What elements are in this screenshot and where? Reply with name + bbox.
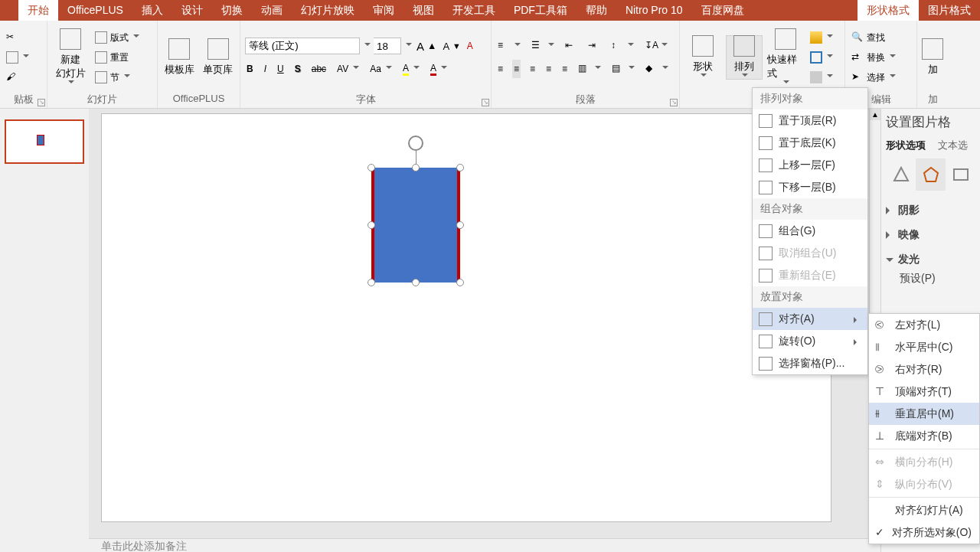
send-backward-item[interactable]: 下移一层(B) (753, 176, 867, 198)
align-left-button[interactable]: ≡ (496, 60, 505, 78)
section-button[interactable]: 节 (93, 68, 141, 87)
decrease-indent-button[interactable]: ⇤ (564, 37, 579, 55)
size-category-icon[interactable] (946, 158, 975, 191)
tab-transition[interactable]: 切换 (212, 0, 252, 21)
scroll-up-icon[interactable]: ▲ (870, 109, 880, 120)
horizontal-scrollbar[interactable]: 单击此处添加备注 (89, 538, 880, 552)
fill-line-category-icon[interactable] (886, 158, 916, 191)
shadow-button[interactable]: S (293, 60, 302, 78)
send-to-back-item[interactable]: 置于底层(K) (753, 132, 867, 154)
tab-insert[interactable]: 插入 (132, 0, 172, 21)
shape-effects-button[interactable] (808, 68, 835, 87)
justify-button[interactable]: ≡ (544, 60, 553, 78)
align-bottom-item[interactable]: ⊥底端对齐(B) (869, 425, 979, 447)
format-tab-text[interactable]: 文本选 (938, 139, 968, 152)
char-spacing-button[interactable]: AV (335, 60, 361, 78)
slide-thumbnail-1[interactable] (5, 119, 84, 164)
chevron-down-icon[interactable] (406, 43, 412, 49)
line-spacing-button[interactable]: ↕ (609, 37, 635, 55)
resize-handle[interactable] (456, 279, 464, 286)
tab-home[interactable]: 开始 (18, 0, 58, 21)
align-left-item[interactable]: ⧀左对齐(L) (869, 314, 979, 336)
arrange-button[interactable]: 排列 (726, 35, 763, 80)
tab-animation[interactable]: 动画 (252, 0, 292, 21)
rotation-handle[interactable] (408, 136, 423, 151)
columns-button[interactable]: ▥ (577, 60, 603, 78)
tab-help[interactable]: 帮助 (577, 0, 616, 21)
strike-button[interactable]: abc (310, 60, 328, 78)
tab-officeplus[interactable]: OfficePLUS (58, 0, 132, 21)
tab-baidu[interactable]: 百度网盘 (692, 0, 753, 21)
resize-handle[interactable] (456, 221, 464, 229)
selected-shape[interactable] (371, 168, 460, 283)
copy-button[interactable] (5, 48, 31, 67)
rotate-item[interactable]: 旋转(O) (753, 330, 867, 352)
find-button[interactable]: 🔍查找 (850, 28, 897, 47)
align-right-button[interactable]: ≡ (528, 60, 537, 78)
slide-canvas[interactable] (101, 113, 831, 522)
grow-font-button[interactable]: A▲ (415, 37, 438, 55)
highlight-color-button[interactable]: A (401, 60, 421, 78)
clear-format-button[interactable]: A (466, 37, 475, 55)
clipboard-launcher[interactable]: ↘ (38, 99, 45, 106)
shape-fill-button[interactable] (808, 28, 835, 47)
resize-handle[interactable] (412, 279, 420, 286)
align-to-slide-item[interactable]: 对齐幻灯片(A) (869, 499, 979, 521)
tab-picture-format[interactable]: 图片格式 (919, 0, 980, 21)
single-page-button[interactable]: 单页库 (201, 38, 236, 77)
quick-styles-button[interactable]: 快速样式 (767, 28, 804, 87)
resize-handle[interactable] (412, 164, 420, 171)
align-text-button[interactable]: ▤ (610, 60, 636, 78)
italic-button[interactable]: I (263, 60, 268, 78)
glow-preset-row[interactable]: 预设(P) (886, 272, 975, 286)
font-launcher[interactable]: ↘ (482, 99, 489, 106)
align-right-item[interactable]: ⧁右对齐(R) (869, 358, 979, 381)
numbering-button[interactable]: ☰ (530, 37, 556, 55)
resize-handle[interactable] (368, 221, 375, 229)
shrink-font-button[interactable]: A▼ (441, 37, 462, 55)
shapes-button[interactable]: 形状 (684, 35, 721, 80)
tab-nitro[interactable]: Nitro Pro 10 (616, 0, 692, 21)
shadow-section[interactable]: 阴影 (886, 198, 975, 223)
resize-handle[interactable] (368, 164, 375, 171)
tab-design[interactable]: 设计 (172, 0, 212, 21)
resize-handle[interactable] (456, 164, 464, 171)
align-center-button[interactable]: ≡ (512, 60, 521, 78)
align-item[interactable]: 对齐(A) (753, 308, 867, 330)
font-name-input[interactable] (245, 38, 360, 54)
shape-outline-button[interactable] (808, 48, 835, 67)
text-direction-button[interactable]: ↧A (643, 37, 669, 55)
distribute-button[interactable]: ≡ (560, 60, 569, 78)
align-to-selection-item[interactable]: 对齐所选对象(O) (869, 521, 979, 544)
font-size-input[interactable] (374, 38, 401, 54)
glow-section[interactable]: 发光 (886, 247, 975, 272)
group-item[interactable]: 组合(G) (753, 220, 867, 242)
align-hcenter-item[interactable]: ⫴水平居中(C) (869, 336, 979, 358)
effects-category-icon[interactable] (916, 158, 946, 191)
tab-shape-format[interactable]: 形状格式 (858, 0, 919, 21)
tab-file-stub[interactable] (0, 0, 18, 21)
rectangle-shape[interactable] (371, 168, 460, 283)
tab-pdf[interactable]: PDF工具箱 (505, 0, 577, 21)
format-tab-shape[interactable]: 形状选项 (886, 139, 926, 152)
template-lib-button[interactable]: 模板库 (162, 38, 197, 77)
smartart-button[interactable]: ◆ (644, 60, 670, 78)
resize-handle[interactable] (368, 279, 375, 286)
increase-indent-button[interactable]: ⇥ (586, 37, 602, 55)
change-case-button[interactable]: Aa (368, 60, 394, 78)
bold-button[interactable]: B (245, 60, 255, 78)
tab-slideshow[interactable]: 幻灯片放映 (292, 0, 364, 21)
align-vcenter-item[interactable]: ⫵垂直居中(M) (869, 403, 979, 425)
format-painter-button[interactable]: 🖌 (5, 68, 31, 87)
reset-button[interactable]: 重置 (93, 48, 141, 67)
replace-button[interactable]: ⇄替换 (850, 48, 897, 67)
paragraph-launcher[interactable]: ↘ (670, 99, 678, 106)
bring-forward-item[interactable]: 上移一层(F) (753, 154, 867, 176)
tab-view[interactable]: 视图 (403, 0, 443, 21)
new-slide-button[interactable]: 新建 幻灯片 (52, 28, 89, 87)
selection-pane-item[interactable]: 选择窗格(P)... (753, 352, 867, 374)
reflect-section[interactable]: 映像 (886, 223, 975, 247)
underline-button[interactable]: U (276, 60, 286, 78)
bring-to-front-item[interactable]: 置于顶层(R) (753, 109, 867, 132)
layout-button[interactable]: 版式 (93, 28, 141, 47)
